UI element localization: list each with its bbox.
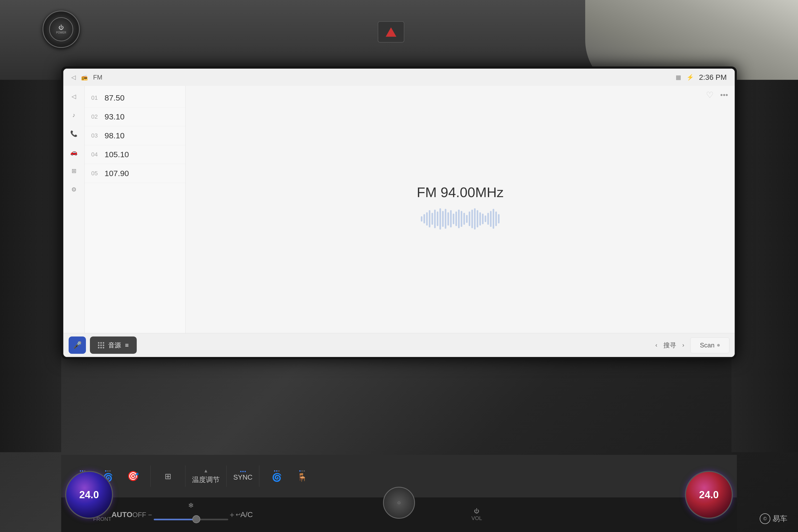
divider-3 <box>226 466 227 487</box>
wave-bar <box>490 211 492 227</box>
divider-1 <box>150 466 151 487</box>
ac-button[interactable]: A/C <box>241 510 253 519</box>
vol-knob-icon: ○ <box>397 499 401 506</box>
power-icon: ⏻ <box>58 24 64 31</box>
station-item-2[interactable]: 02 93.10 <box>84 108 185 126</box>
wave-bar <box>439 208 441 230</box>
watermark-text: 易车 <box>773 514 787 524</box>
search-control: ‹ 搜寻 › <box>653 341 687 349</box>
sidebar-settings-icon[interactable]: ⚙ <box>69 184 79 195</box>
search-prev-button[interactable]: ‹ <box>653 342 660 349</box>
vol-label: VOL <box>471 515 482 521</box>
vol-knob[interactable]: ○ <box>383 487 415 519</box>
station-number-3: 03 <box>91 132 104 139</box>
wave-bar <box>471 210 473 228</box>
fan-minus-button[interactable]: － <box>146 510 154 520</box>
scan-button[interactable]: Scan <box>690 337 729 353</box>
wave-bar <box>426 212 428 226</box>
wave-bar <box>442 211 444 227</box>
fan-plus-button[interactable]: ＋ <box>228 510 236 520</box>
station-item-5[interactable]: 05 107.90 <box>84 164 185 183</box>
watermark-circle: © <box>760 513 770 524</box>
more-options-icon[interactable]: ••• <box>720 91 728 99</box>
sidebar-grid-icon[interactable]: ⊞ <box>69 166 79 176</box>
station-freq-4: 105.10 <box>104 150 129 159</box>
station-item-1[interactable]: 01 87.50 <box>84 89 185 108</box>
power-label: POWER <box>56 31 66 34</box>
wave-bar <box>493 209 494 229</box>
search-label: 搜寻 <box>663 341 676 349</box>
hazard-button[interactable] <box>378 21 404 42</box>
station-number-5: 05 <box>91 170 104 177</box>
wave-bar <box>450 210 452 227</box>
fan-speed-slider[interactable]: ❄ <box>154 509 228 520</box>
power-button[interactable]: ⏻ POWER <box>42 11 80 48</box>
station-item-3[interactable]: 03 98.10 <box>84 126 185 145</box>
fan-off-button[interactable]: OFF <box>132 511 146 519</box>
left-panel <box>0 80 61 452</box>
wave-bar <box>482 214 483 224</box>
favorite-icon[interactable]: ♡ <box>706 90 714 100</box>
wave-bar <box>469 211 470 226</box>
current-frequency: FM 94.00MHz <box>417 184 504 200</box>
radio-main-display: ♡ ••• FM 94.00MHz <box>186 86 735 333</box>
wave-bar <box>461 211 462 227</box>
wave-bar <box>495 211 497 226</box>
status-bar: ◁ 📻 FM ▦ ⚡ 2:36 PM <box>63 69 735 86</box>
steering-heat-btn[interactable]: 🎯 <box>122 471 144 482</box>
sidebar-phone-icon[interactable]: 📞 <box>69 129 79 139</box>
search-next-button[interactable]: › <box>680 342 686 349</box>
wave-bar <box>445 209 446 229</box>
station-number-2: 02 <box>91 113 104 120</box>
wave-bar <box>455 211 457 226</box>
vol-icon: ⏻ <box>474 508 479 514</box>
sync-button[interactable]: SYNC <box>233 471 252 481</box>
seat-heat-right2-btn[interactable]: 🪑 <box>291 470 312 482</box>
station-list: 01 87.50 02 93.10 03 98.10 04 105.10 <box>84 86 186 333</box>
mic-button[interactable]: 🎤 <box>69 337 86 354</box>
back-button[interactable]: ◁ <box>71 74 76 81</box>
auto-button[interactable]: AUTO <box>111 510 132 519</box>
signal-icon: ▦ <box>676 74 681 81</box>
hazard-triangle-icon <box>386 27 396 37</box>
source-button[interactable]: 音源 ≡ <box>90 337 137 354</box>
seat-vent-right-icon: 🌀 <box>272 473 282 482</box>
wave-bar <box>448 212 449 226</box>
wave-bar <box>487 213 489 225</box>
wave-bar <box>484 215 486 222</box>
left-temp-dial[interactable]: 24.0 <box>65 471 113 519</box>
steering-icon: 🎯 <box>127 471 139 482</box>
wave-bar <box>498 214 499 224</box>
air-distribution-btn[interactable]: ⊞ <box>157 472 178 481</box>
left-temp-display: 24.0 <box>79 489 99 500</box>
wave-bar <box>479 212 481 226</box>
source-expand-icon: ≡ <box>125 342 129 349</box>
fm-source-label: FM <box>93 74 102 81</box>
infotainment-screen: ◁ 📻 FM ▦ ⚡ 2:36 PM ◁ ♪ 📞 🚗 ⊞ <box>61 66 737 359</box>
wave-bar <box>437 211 438 226</box>
vol-control[interactable]: ⏻ VOL <box>471 508 482 521</box>
station-freq-3: 98.10 <box>104 131 125 140</box>
sidebar-car-icon[interactable]: 🚗 <box>69 147 79 158</box>
seat-heat-right-btn[interactable]: 🌀 <box>266 470 287 482</box>
right-temp-dial[interactable]: 24.0 <box>685 471 733 519</box>
sync-label: SYNC <box>233 473 252 481</box>
fan-center-icon: ❄ <box>188 501 194 510</box>
station-freq-5: 107.90 <box>104 169 129 178</box>
bottom-controls-bar: 🎤 音源 ≡ ‹ 搜寻 › <box>63 333 735 357</box>
wave-bar <box>458 210 460 228</box>
station-item-4[interactable]: 04 105.10 <box>84 145 185 164</box>
air-grid-icon: ⊞ <box>165 472 171 481</box>
watermark: © 易车 <box>760 513 787 524</box>
sidebar-nav-icon[interactable]: ◁ <box>69 91 79 102</box>
wave-bar <box>463 213 465 225</box>
temp-up-icon: ▲ <box>204 468 208 474</box>
wave-bar <box>477 210 478 227</box>
wave-bar <box>453 214 454 224</box>
wave-bar <box>432 213 433 225</box>
station-number-1: 01 <box>91 94 104 101</box>
source-dots-icon <box>98 342 104 348</box>
radio-top-controls: ♡ ••• <box>706 90 728 100</box>
wave-bar <box>421 216 422 222</box>
sidebar-music-icon[interactable]: ♪ <box>69 110 79 120</box>
